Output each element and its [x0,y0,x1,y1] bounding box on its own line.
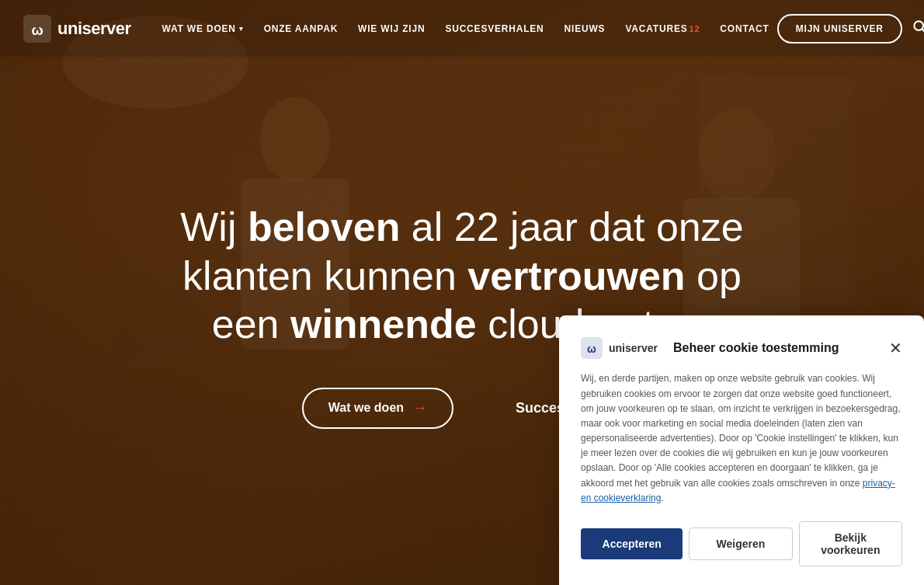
search-icon[interactable] [912,19,924,38]
cookie-logo-icon: ω [581,337,603,359]
wat-we-doen-button[interactable]: Wat we doen → [302,388,453,429]
cookie-brand: ω uniserver [581,337,658,359]
cookie-close-button[interactable]: ✕ [889,340,902,356]
nav-item-vacatures[interactable]: VACATURES12 [617,17,707,40]
nav-item-wat-we-doen[interactable]: WAT WE DOEN ▾ [155,17,252,40]
nav-links: WAT WE DOEN ▾ ONZE AANPAK WIE WIJ ZIJN S… [155,17,777,40]
cookie-accept-button[interactable]: Accepteren [581,528,683,559]
mijn-uniserver-button[interactable]: MIJN UNISERVER [777,14,902,44]
cookie-brand-name: uniserver [609,342,658,354]
logo-text: uniserver [57,19,131,39]
dropdown-chevron: ▾ [239,25,244,33]
svg-text:ω: ω [587,343,596,356]
nav-item-onze-aanpak[interactable]: ONZE AANPAK [256,17,346,40]
cookie-reject-button[interactable]: Weigeren [689,528,792,560]
cookie-body-text: Wij, en derde partijen, maken op onze we… [581,371,902,506]
nav-item-wie-wij-zijn[interactable]: WIE WIJ ZIJN [350,17,432,40]
nav-right: MIJN UNISERVER [777,14,924,44]
nav-item-succesverhalen[interactable]: SUCCESVERHALEN [437,17,551,40]
cookie-preferences-button[interactable]: Bekijk voorkeuren [799,521,902,566]
svg-text:ω: ω [31,23,43,38]
cookie-dialog-title: Beheer cookie toestemming [673,341,889,355]
cookie-actions: Accepteren Weigeren Bekijk voorkeuren [581,521,902,566]
arrow-icon: → [413,400,427,416]
nav-logo[interactable]: ω uniserver [23,15,131,43]
navigation: ω uniserver WAT WE DOEN ▾ ONZE AANPAK WI… [0,0,924,57]
cookie-header: ω uniserver Beheer cookie toestemming ✕ [581,337,902,359]
cookie-dialog: ω uniserver Beheer cookie toestemming ✕ … [559,315,924,585]
nav-item-nieuws[interactable]: NIEUWS [557,17,613,40]
nav-item-contact[interactable]: CONTACT [712,17,776,40]
logo-icon: ω [23,15,51,43]
